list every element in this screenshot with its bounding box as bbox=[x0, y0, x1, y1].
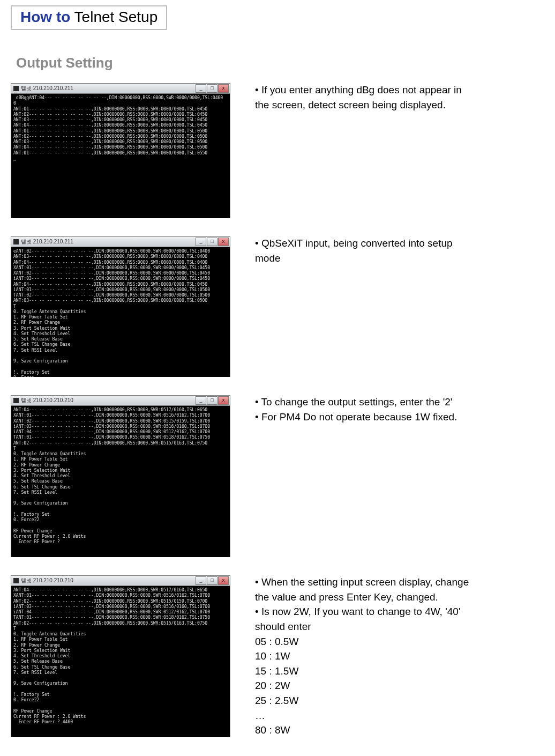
titlebar-title: 텔넷 210.210.210.211 bbox=[21, 85, 73, 92]
note-line: 20 : 2W bbox=[255, 679, 544, 693]
window-controls: _ □ x bbox=[196, 84, 229, 93]
minimize-button[interactable]: _ bbox=[196, 576, 206, 585]
window-controls: _ □ x bbox=[196, 238, 229, 246]
terminal-window: 텔넷 210.210.210.210 _ □ x ANT:04--- -- --… bbox=[11, 575, 230, 737]
note-line: • When the setting input screen display,… bbox=[255, 575, 544, 589]
close-button[interactable]: x bbox=[218, 84, 229, 93]
note-line: • For PM4 Do not operate because 1W fixe… bbox=[255, 410, 544, 424]
close-button[interactable]: x bbox=[218, 396, 229, 405]
close-button[interactable]: x bbox=[218, 576, 229, 585]
note-line: 80 : 8W bbox=[255, 723, 544, 737]
titlebar: 텔넷 210.210.210.210 _ □ x bbox=[11, 576, 230, 586]
step-row: 텔넷 210.210.210.211 _ □ x dBBggANT:04--- … bbox=[11, 83, 544, 218]
app-icon bbox=[13, 86, 19, 91]
terminal-output[interactable]: ANT:04--- -- -- -- -- -- -- --,DIN:00000… bbox=[11, 586, 230, 737]
note-line: • Is now 2W, If you want to change to 4W… bbox=[255, 605, 544, 619]
titlebar-title: 텔넷 210.210.210.211 bbox=[21, 238, 73, 246]
window-controls: _ □ x bbox=[196, 396, 229, 405]
maximize-button[interactable]: □ bbox=[207, 238, 218, 246]
terminal-wrap: 텔넷 210.210.210.210 _ □ x ANT:04--- -- --… bbox=[11, 575, 230, 737]
terminal-output[interactable]: eANT:02--- -- -- -- -- -- -- --,DIN:0000… bbox=[11, 247, 230, 377]
page: How to Telnet Setup Output Setting 텔넷 21… bbox=[0, 0, 555, 756]
note-line: should enter bbox=[255, 620, 544, 634]
note-line: mode bbox=[255, 251, 544, 265]
terminal-output[interactable]: dBBggANT:04--- -- -- -- -- -- -- --,DIN:… bbox=[11, 94, 230, 218]
note-line: • If you enter anything dBg does not app… bbox=[255, 83, 544, 97]
app-icon bbox=[13, 398, 19, 403]
step-row: 텔넷 210.210.210.210 _ □ x ANT:04--- -- --… bbox=[11, 575, 544, 738]
minimize-button[interactable]: _ bbox=[196, 396, 206, 405]
title-main: Telnet Setup bbox=[70, 9, 158, 25]
note-line: • QbSeXiT input, being converted into se… bbox=[255, 236, 544, 250]
minimize-button[interactable]: _ bbox=[196, 84, 206, 93]
note-line: 15 : 1.5W bbox=[255, 664, 544, 678]
step-row: 텔넷 210.210.210.211 _ □ x eANT:02--- -- -… bbox=[11, 236, 544, 377]
terminal-window: 텔넷 210.210.210.210 _ □ x ANT:04--- -- --… bbox=[11, 395, 230, 557]
minimize-button[interactable]: _ bbox=[196, 238, 206, 246]
step-notes: • QbSeXiT input, being converted into se… bbox=[255, 236, 544, 266]
maximize-button[interactable]: □ bbox=[207, 84, 218, 93]
titlebar-title: 텔넷 210.210.210.210 bbox=[21, 397, 73, 404]
title-box: How to Telnet Setup bbox=[11, 5, 167, 30]
step-notes: • To change the output settings, enter t… bbox=[255, 395, 544, 425]
maximize-button[interactable]: □ bbox=[207, 576, 218, 585]
window-controls: _ □ x bbox=[196, 576, 229, 585]
titlebar: 텔넷 210.210.210.210 _ □ x bbox=[11, 396, 230, 406]
titlebar-title: 텔넷 210.210.210.210 bbox=[21, 577, 73, 584]
note-line: the value and press Enter Key, changed. bbox=[255, 590, 544, 604]
terminal-window: 텔넷 210.210.210.211 _ □ x dBBggANT:04--- … bbox=[11, 83, 230, 218]
step-notes: • If you enter anything dBg does not app… bbox=[255, 83, 544, 113]
terminal-wrap: 텔넷 210.210.210.211 _ □ x dBBggANT:04--- … bbox=[11, 83, 230, 218]
terminal-window: 텔넷 210.210.210.211 _ □ x eANT:02--- -- -… bbox=[11, 236, 230, 377]
note-line: … bbox=[255, 709, 544, 723]
titlebar: 텔넷 210.210.210.211 _ □ x bbox=[11, 237, 230, 247]
terminal-wrap: 텔넷 210.210.210.211 _ □ x eANT:02--- -- -… bbox=[11, 236, 230, 377]
note-line: the screen, detect screen being displaye… bbox=[255, 98, 544, 112]
maximize-button[interactable]: □ bbox=[207, 396, 218, 405]
note-line: 25 : 2.5W bbox=[255, 694, 544, 708]
titlebar: 텔넷 210.210.210.211 _ □ x bbox=[11, 84, 230, 94]
app-icon bbox=[13, 578, 19, 583]
section-heading: Output Setting bbox=[16, 55, 544, 71]
step-notes: • When the setting input screen display,… bbox=[255, 575, 544, 738]
note-line: 10 : 1W bbox=[255, 649, 544, 663]
terminal-output[interactable]: ANT:04--- -- -- -- -- -- -- --,DIN:00000… bbox=[11, 406, 230, 557]
terminal-wrap: 텔넷 210.210.210.210 _ □ x ANT:04--- -- --… bbox=[11, 395, 230, 557]
close-button[interactable]: x bbox=[218, 238, 229, 246]
note-line: • To change the output settings, enter t… bbox=[255, 395, 544, 409]
note-line: 05 : 0.5W bbox=[255, 635, 544, 649]
title-prefix: How to bbox=[20, 9, 70, 25]
step-row: 텔넷 210.210.210.210 _ □ x ANT:04--- -- --… bbox=[11, 395, 544, 557]
app-icon bbox=[13, 239, 19, 244]
